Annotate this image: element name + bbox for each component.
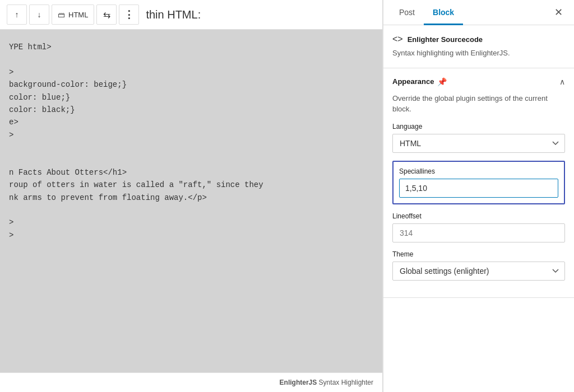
speciallines-label: Speciallines xyxy=(399,167,558,175)
block-section: <> Enlighter Sourcecode Syntax highlight… xyxy=(383,25,574,68)
toolbar-title: thin HTML: xyxy=(146,8,201,21)
toolbar: ↑ ↓ 🗃 HTML ⇆ ⋮ thin HTML: xyxy=(0,0,382,30)
theme-select[interactable]: Global settings (enlighter) Enlighter At… xyxy=(392,262,565,281)
speciallines-box: Speciallines xyxy=(392,161,565,204)
code-line xyxy=(9,154,373,166)
block-section-title: Enlighter Sourcecode xyxy=(408,35,483,44)
language-field-group: Language HTML CSS JavaScript PHP Python xyxy=(392,123,565,153)
appearance-section: Appearance 📌 ∧ Override the global plugi… xyxy=(383,68,574,298)
chevron-up-icon[interactable]: ∧ xyxy=(559,77,565,86)
html-label: HTML xyxy=(68,11,88,19)
transform-icon: ⇆ xyxy=(103,10,110,20)
arrow-down-button[interactable]: ↓ xyxy=(29,4,49,25)
code-line: color: black;} xyxy=(9,104,373,116)
language-select[interactable]: HTML CSS JavaScript PHP Python xyxy=(392,134,565,153)
block-section-header: <> Enlighter Sourcecode xyxy=(392,34,565,44)
tab-block[interactable]: Block xyxy=(424,0,463,25)
code-line: > xyxy=(9,216,373,228)
code-footer: EnlighterJS Syntax Highlighter xyxy=(0,372,382,392)
code-line: nk arms to prevent from floating away.</… xyxy=(9,192,373,204)
code-line: > xyxy=(9,66,373,78)
speciallines-input[interactable] xyxy=(399,179,558,198)
code-brackets-icon: <> xyxy=(392,34,403,44)
arrow-up-button[interactable]: ↑ xyxy=(7,4,27,25)
lineoffset-input[interactable] xyxy=(392,223,565,242)
footer-text: Syntax Highlighter xyxy=(317,379,373,386)
lineoffset-field-group: Lineoffset xyxy=(392,212,565,242)
code-line: color: blue;} xyxy=(9,91,373,104)
tab-post[interactable]: Post xyxy=(390,0,424,25)
tab-block-label: Block xyxy=(433,8,454,17)
left-panel: ↑ ↓ 🗃 HTML ⇆ ⋮ thin HTML: YPE html> > ba… xyxy=(0,0,383,392)
more-icon: ⋮ xyxy=(124,8,134,21)
language-label: Language xyxy=(392,123,565,130)
arrow-down-icon: ↓ xyxy=(38,10,41,19)
code-line: background-color: beige;} xyxy=(9,78,373,91)
appearance-header: Appearance 📌 ∧ xyxy=(392,77,565,86)
close-icon: ✕ xyxy=(554,6,563,18)
code-line: n Facts About Otters</h1> xyxy=(9,166,373,179)
right-panel: Post Block ✕ <> Enlighter Sourcecode Syn… xyxy=(383,0,574,392)
panel-tabs: Post Block ✕ xyxy=(383,0,574,25)
html-button[interactable]: 🗃 HTML xyxy=(52,4,94,25)
code-line xyxy=(9,141,373,153)
transform-button[interactable]: ⇆ xyxy=(96,4,117,25)
code-line: YPE html> xyxy=(9,41,373,53)
close-button[interactable]: ✕ xyxy=(549,3,567,21)
code-line: roup of otters in water is called a "raf… xyxy=(9,179,373,191)
pin-icon: 📌 xyxy=(437,77,447,86)
code-line xyxy=(9,204,373,216)
briefcase-icon: 🗃 xyxy=(58,11,65,19)
tab-post-label: Post xyxy=(399,8,415,17)
code-editor[interactable]: YPE html> > background-color: beige;} co… xyxy=(0,30,382,372)
lineoffset-label: Lineoffset xyxy=(392,212,565,220)
code-line: e> xyxy=(9,116,373,128)
code-line xyxy=(9,53,373,66)
code-line: > xyxy=(9,129,373,141)
block-section-description: Syntax highlighting with EnlighterJS. xyxy=(392,48,565,59)
theme-label: Theme xyxy=(392,250,565,258)
more-options-button[interactable]: ⋮ xyxy=(119,4,139,25)
footer-brand: EnlighterJS xyxy=(280,379,317,386)
code-line: > xyxy=(9,229,373,241)
theme-field-group: Theme Global settings (enlighter) Enligh… xyxy=(392,250,565,281)
arrow-up-icon: ↑ xyxy=(15,10,19,19)
appearance-description: Override the global plugin settings of t… xyxy=(392,93,565,115)
appearance-title: Appearance xyxy=(392,77,434,86)
